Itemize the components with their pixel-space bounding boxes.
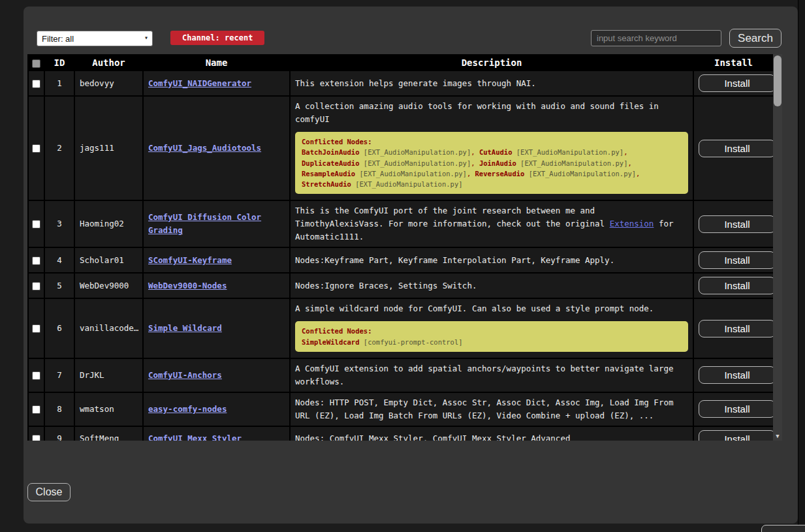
nodes-table: ID Author Name Description Install 1 bed… [27,54,774,441]
row-checkbox[interactable] [32,220,40,228]
channel-badge: Channel: recent [170,31,264,45]
custom-nodes-dialog: Filter: all ▾ Channel: recent Search ID … [24,7,798,524]
table-row: 4 Scholar01 SComfyUI-Keyframe Nodes:Keyf… [28,247,774,273]
row-name-link[interactable]: WebDev9000-Nodes [148,281,227,290]
table-scrollbar[interactable]: ▼ [773,54,782,441]
conflict-item: ReverseAudio [EXT_AudioManipulation.py] [475,170,640,178]
conflict-item: DuplicateAudio [EXT_AudioManipulation.py… [302,159,479,167]
conflict-node-name: ReverseAudio [475,170,525,178]
row-name-link[interactable]: SComfyUI-Keyframe [148,255,232,265]
table-row: 2 jags111 ComfyUI_Jags_Audiotools A coll… [28,96,774,200]
table-row: 1 bedovyy ComfyUI_NAIDGenerator This ext… [28,70,774,96]
row-name-link[interactable]: ComfyUI Diffusion Color Grading [148,212,261,235]
table-header-row: ID Author Name Description Install [28,55,774,70]
scrollbar-thumb[interactable] [774,55,781,106]
install-button[interactable]: Install [699,400,776,418]
row-author: DrJKL [74,358,143,392]
conflict-title: Conflicted Nodes: [302,136,682,147]
row-checkbox[interactable] [32,371,40,380]
conflict-item: CutAudio [EXT_AudioManipulation.py] [479,148,628,156]
row-id: 1 [44,70,74,96]
row-description: A ComfyUI extension to add spatial ancho… [290,358,693,392]
column-header-select [28,55,44,70]
row-id: 4 [44,247,74,273]
conflict-ext-name: [EXT_AudioManipulation.py] [516,148,623,156]
column-header-author: Author [74,55,143,70]
conflict-ext-name: [EXT_AudioManipulation.py] [355,180,462,188]
row-author: Haoming02 [74,200,143,247]
page-right-edge [798,0,805,532]
row-author: jags111 [74,96,143,200]
table-row: 3 Haoming02 ComfyUI Diffusion Color Grad… [28,200,774,247]
table-row: 6 vanillacode… Simple Wildcard A simple … [28,298,774,358]
conflict-box: Conflicted Nodes: BatchJoinAudio [EXT_Au… [295,132,688,194]
row-checkbox[interactable] [32,324,40,333]
row-author: Scholar01 [74,247,143,273]
install-button[interactable]: Install [699,320,776,337]
column-header-id: ID [44,55,74,70]
row-id: 9 [44,426,74,441]
row-checkbox[interactable] [32,257,40,265]
extension-link[interactable]: Extension [610,219,654,228]
conflict-node-name: DuplicateAudio [302,159,360,167]
select-all-checkbox[interactable] [32,59,40,68]
column-header-name: Name [143,55,290,70]
table-row: 7 DrJKL ComfyUI-Anchors A ComfyUI extens… [28,358,774,392]
conflict-item: BatchJoinAudio [EXT_AudioManipulation.py… [302,148,479,156]
row-name-link[interactable]: ComfyUI-Anchors [148,370,222,380]
row-description: This extension helps generate images thr… [290,70,693,96]
install-button[interactable]: Install [699,215,776,233]
conflict-ext-name: [EXT_AudioManipulation.py] [364,148,471,156]
row-name-link[interactable]: easy-comfy-nodes [148,404,227,414]
conflict-node-name: JoinAudio [479,159,516,167]
column-header-install: Install [693,55,774,70]
row-checkbox[interactable] [32,144,40,153]
conflict-item: ResampleAudio [EXT_AudioManipulation.py] [302,170,475,178]
conflict-ext-name: [EXT_AudioManipulation.py] [529,170,636,178]
table-row: 5 WebDev9000 WebDev9000-Nodes Nodes:Igno… [28,273,774,298]
install-button[interactable]: Install [699,74,776,92]
row-author: bedovyy [74,70,143,96]
row-name-link[interactable]: ComfyUI_Mexx_Styler [148,433,242,441]
close-button[interactable]: Close [27,483,71,501]
row-author: vanillacode… [74,298,143,358]
search-input[interactable] [591,30,721,46]
filter-select[interactable]: Filter: all [37,31,153,46]
row-name-link[interactable]: ComfyUI_Jags_Audiotools [148,143,261,153]
table-row: 8 wmatson easy-comfy-nodes Nodes: HTTP P… [28,392,774,426]
row-id: 7 [44,358,74,392]
install-button[interactable]: Install [699,140,776,157]
row-checkbox[interactable] [32,282,40,290]
search-button[interactable]: Search [729,29,781,48]
conflict-item: JoinAudio [EXT_AudioManipulation.py] [479,159,632,167]
conflict-node-name: ResampleAudio [302,170,355,178]
install-button[interactable]: Install [699,277,776,294]
install-button[interactable]: Install [699,366,776,384]
conflict-node-name: SimpleWildcard [302,338,360,346]
conflict-ext-name: [EXT_AudioManipulation.py] [364,159,471,167]
row-name-link[interactable]: ComfyUI_NAIDGenerator [148,78,251,88]
row-author: wmatson [74,392,143,426]
row-checkbox[interactable] [32,435,40,441]
row-id: 6 [44,298,74,358]
row-checkbox[interactable] [32,405,40,414]
filter-dropdown-wrap: Filter: all ▾ [37,31,153,46]
conflict-node-name: CutAudio [479,148,513,156]
conflict-ext-name: [EXT_AudioManipulation.py] [520,159,627,167]
conflict-box: Conflicted Nodes: SimpleWildcard [comfyu… [295,321,688,352]
row-checkbox[interactable] [32,80,40,88]
column-header-description: Description [290,55,693,70]
row-name-link[interactable]: Simple Wildcard [148,323,222,333]
row-description: Nodes:Keyframe Part, Keyframe Interpolat… [290,247,693,273]
row-author: SoftMeng [74,426,143,441]
row-description: Nodes: HTTP POST, Empty Dict, Assoc Str,… [290,392,693,426]
row-description: A collection amazing audio tools for wor… [290,96,693,200]
conflict-node-name: BatchJoinAudio [302,148,360,156]
install-button[interactable]: Install [699,430,776,441]
table-row: 9 SoftMeng ComfyUI_Mexx_Styler Nodes: Co… [28,426,774,441]
row-description: Nodes: ComfyUI Mexx Styler, ComfyUI Mexx… [290,426,693,441]
scroll-down-icon[interactable]: ▼ [774,433,781,439]
conflict-title: Conflicted Nodes: [302,326,682,336]
row-description: This is the ComfyUI port of the joint re… [290,200,693,247]
install-button[interactable]: Install [699,251,776,269]
